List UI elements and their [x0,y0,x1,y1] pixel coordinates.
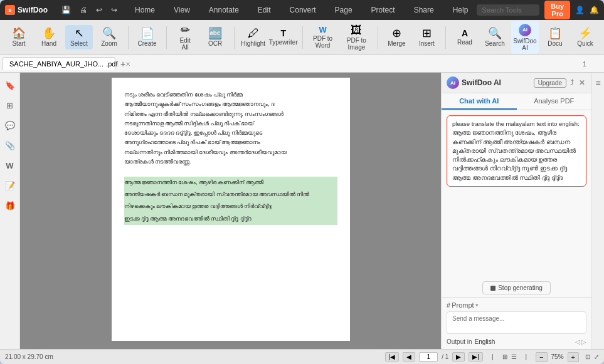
tab-chat-with-ai[interactable]: Chat with AI [442,93,517,110]
chat-input-area: # Prompt ▾ Output in English ◁ ▷ [442,297,591,349]
next-page-button[interactable]: ▶ [452,352,465,361]
profile-icon[interactable]: 👤 [575,6,585,14]
toolbar-highlight[interactable]: 🖊 Highlight [240,25,267,49]
bell-icon[interactable]: 🔔 [590,6,599,14]
bookmark-icon[interactable]: 🔖 [3,78,18,93]
edit-all-icon: ✏ [181,24,190,36]
toolbar-select[interactable]: ↖ Select [65,25,93,49]
quick-icon: ⚡ [578,28,592,39]
search-input[interactable] [477,4,539,16]
ocr-label: OCR [208,40,222,47]
attachment-icon[interactable]: 📎 [3,138,18,153]
merge-label: Merge [388,40,405,47]
toolbar-start[interactable]: 🏠 Start [5,25,33,49]
menu-tab-convert[interactable]: Convert [281,3,325,17]
save-button[interactable]: 💾 [58,4,75,16]
title-bar: S SwifDoo 💾 🖨 ↩ ↪ Home View Annotate Edi… [0,0,604,20]
start-label: Start [12,40,25,47]
zoom-label: Zoom [101,40,117,47]
toolbar-zoom[interactable]: 🔍 Zoom [95,25,123,49]
typewriter-label: Typewriter [269,39,298,46]
add-tab-button[interactable]: + [115,58,130,70]
menu-tab-share[interactable]: Share [405,3,443,17]
toolbar-separator-1 [128,26,129,49]
arrow-right-icon[interactable]: ▷ [581,338,586,345]
zoom-out-button[interactable]: − [536,352,547,362]
toolbar-swifdoo-ai[interactable]: AI SwifDoo AI [511,21,539,54]
toolbar-docu[interactable]: 📋 Docu [541,25,569,49]
title-nav: 💾 🖨 ↩ ↪ [58,4,121,16]
toolbar-ocr[interactable]: 🔤 OCR [201,25,229,49]
pdf-viewer[interactable]: നടും ശരീരം വെടിഞ്ഞതിന ശേഷം പ്ലൂ നിർമ്മ ആ… [20,73,441,349]
chat-input[interactable] [447,311,586,334]
fit-icon[interactable]: ⊡ [585,353,590,360]
tab-analyse-pdf[interactable]: Analyse PDF [517,93,592,110]
toolbar-quick[interactable]: ⚡ Quick [571,25,599,49]
settings-icon[interactable]: ≡ [595,78,600,88]
start-icon: 🏠 [12,28,26,39]
chat-messages[interactable]: please translate the malayalam text into… [442,110,591,279]
docu-label: Docu [548,40,562,47]
menu-tab-home[interactable]: Home [126,3,164,17]
output-language: English [475,338,573,345]
prompt-chevron-icon[interactable]: ▾ [475,302,479,308]
fullscreen-icon[interactable]: ⤢ [594,353,599,360]
menu-tab-view[interactable]: View [165,3,199,17]
toolbar-read[interactable]: A Read [451,26,479,48]
font-icon[interactable]: W [3,158,18,173]
list-view-icon[interactable]: ☰ [511,353,517,360]
menu-tab-edit[interactable]: Edit [249,3,280,17]
prev-page-button[interactable]: ◀ [403,352,415,361]
select-icon: ↖ [75,28,84,39]
print-button[interactable]: 🖨 [76,4,91,16]
toolbar-hand[interactable]: ✋ Hand [35,25,63,49]
redo-button[interactable]: ↪ [107,4,121,16]
zoom-in-button[interactable]: + [568,352,579,362]
menu-tab-annotate[interactable]: Annotate [200,3,248,17]
close-ai-panel-button[interactable]: ✕ [578,77,586,88]
toolbar-merge[interactable]: ⊕ Merge [383,25,410,49]
toolbar-search[interactable]: 🔍 Search [481,25,509,49]
gift-icon[interactable]: 🎁 [3,198,18,213]
toolbar: 🏠 Start ✋ Hand ↖ Select 🔍 Zoom 📄 Create … [0,20,604,55]
last-page-button[interactable]: ▶| [469,352,483,361]
upgrade-button[interactable]: Upgrade [534,78,566,88]
pages-icon[interactable]: ⊞ [3,98,18,113]
toolbar-create[interactable]: 📄 Create [134,25,161,49]
app-logo: S SwifDoo [5,5,48,15]
menu-tab-protect[interactable]: Protect [363,3,404,17]
menu-tab-help[interactable]: Help [444,3,477,17]
toolbar-separator-4 [302,26,303,49]
highlighted-text-2: അന്ത്യഷകർ ബന്ധന മുക്തരായി സ്വതന്ത്രമായ അ… [124,189,337,200]
stop-generating-button[interactable]: Stop generating [482,281,551,294]
first-page-button[interactable]: |◀ [385,352,400,361]
share-icon[interactable]: ⤴ [569,77,575,88]
buy-pro-button[interactable]: Buy Pro [544,1,570,19]
docu-icon: 📋 [548,28,562,39]
text-icon[interactable]: 📝 [3,178,18,193]
create-icon: 📄 [140,28,154,39]
pdf-page: നടും ശരീരം വെടിഞ്ഞതിന ശേഷം പ്ലൂ നിർമ്മ ആ… [112,78,350,341]
toolbar-insert[interactable]: ⊞ Insert [413,25,440,49]
pdf-text-content: നടും ശരീരം വെടിഞ്ഞതിന ശേഷം പ്ലൂ നിർമ്മ ആ… [124,90,337,225]
status-separator: | [492,353,494,360]
undo-button[interactable]: ↩ [92,4,106,16]
document-tab[interactable]: SACHE_ANBIYA_AUR_JHO... .pdf ✕ [3,57,115,70]
output-direction-icons: ◁ ▷ [575,338,586,345]
comment-icon[interactable]: 💬 [3,118,18,133]
ai-panel-header: AI SwifDoo AI Upgrade ⤴ ✕ [442,73,591,93]
output-row: Output in English ◁ ▷ [447,338,586,345]
grid-view-icon[interactable]: ⊞ [502,353,507,360]
select-label: Select [70,40,88,47]
toolbar-pdf-to-word[interactable]: W PDF to Word [307,23,338,51]
pdf-to-image-icon: 🖼 [351,24,362,36]
swifdoo-ai-label: SwifDoo AI [513,38,536,51]
stop-icon [490,286,495,291]
toolbar-pdf-to-image[interactable]: 🖼 PDF to Image [341,22,373,53]
menu-tab-page[interactable]: Page [326,3,361,17]
arrow-left-icon[interactable]: ◁ [575,338,580,345]
toolbar-edit-all[interactable]: ✏ Edit All [171,22,199,53]
page-number-input[interactable] [419,352,438,361]
toolbar-typewriter[interactable]: T Typewriter [270,26,297,48]
right-settings-panel: ≡ [591,73,604,349]
